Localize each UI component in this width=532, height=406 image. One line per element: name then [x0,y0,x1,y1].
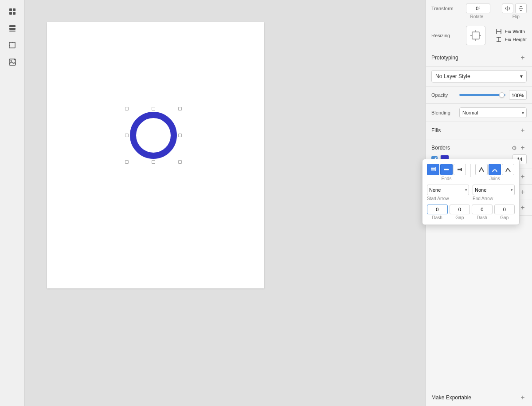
dash1-group: Dash [427,205,448,220]
blending-select[interactable]: Normal Darken Multiply Lighten Screen Ov… [459,107,527,118]
start-arrow-select[interactable]: None Arrow Open Arrow Circle [427,185,469,195]
end-arrow-wrap: None Arrow Open Arrow Circle ▾ [473,185,515,195]
artboard-button[interactable] [4,37,20,53]
opacity-track [459,94,505,96]
miter-join-button[interactable] [475,164,488,175]
blending-select-wrap: Normal Darken Multiply Lighten Screen Ov… [459,107,527,118]
resizing-section: Resizing Fix Width [426,22,532,49]
border-options-popup: Ends [422,159,520,225]
rotate-label: Rotate [466,14,488,19]
end-arrow-select[interactable]: None Arrow Open Arrow Circle [473,185,515,195]
start-arrow-label: Start Arrow [427,196,469,201]
joins-group: Joins [475,164,514,181]
spacer [426,216,532,389]
prototyping-section: Prototyping + [426,49,532,67]
handle-top-center[interactable] [152,107,155,110]
blending-section: Blending Normal Darken Multiply Lighten … [426,104,532,122]
exportable-section: Make Exportable + [426,389,532,406]
handle-middle-right[interactable] [178,134,182,137]
handle-middle-left[interactable] [125,134,129,137]
layer-style-section: No Layer Style ▾ [426,67,532,87]
layer-style-chevron: ▾ [520,73,523,79]
handle-bottom-center[interactable] [152,160,155,164]
arrow-row: None Arrow Open Arrow Circle ▾ Start Arr… [427,185,515,201]
bevel-join-button[interactable] [502,164,514,175]
gap2-input[interactable] [494,205,515,214]
inner-shadows-add-button[interactable]: + [519,188,527,196]
start-arrow-group: None Arrow Open Arrow Circle ▾ Start Arr… [427,185,469,201]
transform-section: Transform Rotate Flip [426,0,532,22]
resizing-label: Resizing [431,33,462,38]
prototyping-add-button[interactable]: + [519,54,527,62]
ends-group: Ends [427,164,466,181]
borders-actions: ⚙ + [512,144,527,152]
left-toolbar [0,0,25,406]
butt-cap-button[interactable] [427,164,439,175]
svg-rect-2 [9,12,12,15]
insert-image-button[interactable] [4,54,20,70]
fix-width-label: Fix Width [505,29,525,34]
handle-bottom-right[interactable] [178,160,182,164]
fills-add-button[interactable]: + [519,126,527,134]
grid-2x2-button[interactable] [4,4,20,20]
opacity-label: Opacity [431,92,456,98]
ends-label: Ends [427,176,466,181]
gap1-input[interactable] [450,205,470,214]
start-arrow-wrap: None Arrow Open Arrow Circle ▾ [427,185,469,195]
svg-rect-5 [9,28,16,30]
borders-gear-button[interactable]: ⚙ [512,145,517,151]
flip-horizontal-button[interactable] [502,4,513,13]
canvas-area[interactable] [25,0,426,406]
svg-rect-4 [9,25,16,27]
svg-rect-6 [9,31,16,32]
rotate-input[interactable] [466,4,490,13]
dash1-input[interactable] [427,205,448,214]
gap1-label: Gap [450,215,470,220]
shadows-add-button[interactable]: + [519,173,527,181]
dash2-label: Dash [472,215,493,220]
dash2-group: Dash [472,205,493,220]
dash-gap-row: Dash Gap Dash Gap [427,205,515,220]
end-arrow-group: None Arrow Open Arrow Circle ▾ End Arrow [473,185,515,201]
borders-add-button[interactable]: + [519,144,527,152]
opacity-thumb [499,92,505,98]
fix-height-label: Fix Height [505,37,527,42]
dash1-label: Dash [427,215,448,220]
joins-buttons [475,164,514,175]
svg-rect-7 [10,43,15,48]
gap1-group: Gap [450,205,470,220]
resizing-icon [466,26,485,45]
flip-label: Flip [505,14,527,19]
svg-rect-1 [13,8,16,11]
handle-top-left[interactable] [125,107,129,110]
grid-layout-button[interactable] [4,20,20,36]
svg-point-18 [133,115,174,156]
svg-rect-19 [472,32,479,39]
exportable-title: Make Exportable [431,394,471,401]
fills-section: Fills + [426,122,532,139]
handle-bottom-left[interactable] [125,160,129,164]
exportable-add-button[interactable]: + [519,394,527,402]
resizing-options: Fix Width Fix Height [496,28,527,43]
round-cap-button[interactable] [440,164,453,175]
flip-vertical-button[interactable] [515,4,527,13]
fix-width-option: Fix Width [496,28,527,35]
fills-title: Fills [431,127,441,134]
handle-top-right[interactable] [178,107,182,110]
prototyping-title: Prototyping [431,55,458,61]
circle-shape[interactable] [127,109,180,162]
opacity-section: Opacity 100% [426,87,532,104]
gaussian-add-button[interactable]: + [519,204,527,212]
joins-label: Joins [475,176,514,181]
opacity-slider[interactable] [459,94,505,96]
dash2-input[interactable] [472,205,493,214]
borders-title: Borders [431,145,450,151]
layer-style-dropdown[interactable]: No Layer Style ▾ [431,70,527,83]
round-join-button[interactable] [489,164,501,175]
svg-point-34 [448,169,449,170]
fix-height-option: Fix Height [496,36,527,43]
end-arrow-label: End Arrow [473,196,515,201]
square-cap-button[interactable] [454,164,466,175]
group-divider [470,164,471,177]
transform-label: Transform [431,6,462,11]
